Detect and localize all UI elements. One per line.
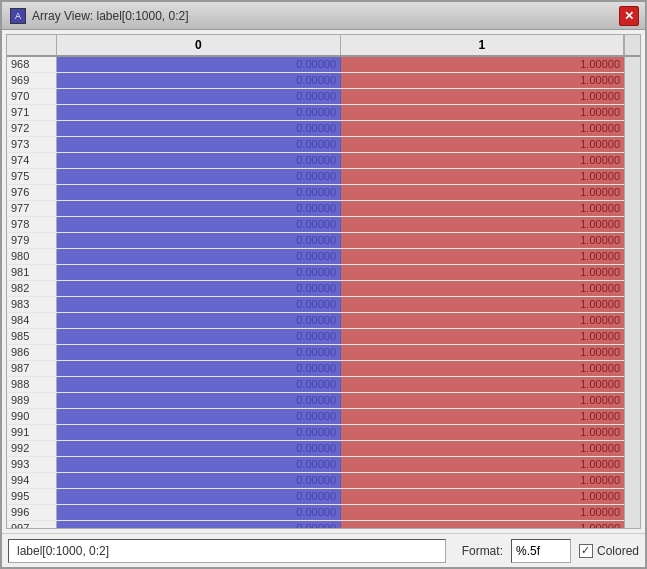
table-row: 9850.000001.00000 (7, 329, 624, 345)
cell-col0: 0.00000 (57, 89, 341, 104)
cell-col1: 1.00000 (341, 521, 624, 528)
cell-col0: 0.00000 (57, 329, 341, 344)
table-row: 9730.000001.00000 (7, 137, 624, 153)
column-header-0: 0 (57, 35, 341, 55)
row-number: 997 (7, 521, 57, 528)
cell-col0: 0.00000 (57, 505, 341, 520)
cell-col0: 0.00000 (57, 457, 341, 472)
row-number: 994 (7, 473, 57, 488)
row-number: 982 (7, 281, 57, 296)
scrollbar[interactable] (624, 57, 640, 528)
row-number: 987 (7, 361, 57, 376)
cell-col0: 0.00000 (57, 409, 341, 424)
cell-col1: 1.00000 (341, 425, 624, 440)
colored-label: Colored (597, 544, 639, 558)
table-row: 9710.000001.00000 (7, 105, 624, 121)
cell-col0: 0.00000 (57, 217, 341, 232)
cell-col0: 0.00000 (57, 249, 341, 264)
cell-col0: 0.00000 (57, 489, 341, 504)
main-window: A Array View: label[0:1000, 0:2] ✕ 0 1 9… (0, 0, 647, 569)
table-row: 9910.000001.00000 (7, 425, 624, 441)
row-number: 981 (7, 265, 57, 280)
cell-col1: 1.00000 (341, 265, 624, 280)
cell-col1: 1.00000 (341, 377, 624, 392)
cell-col0: 0.00000 (57, 105, 341, 120)
scrollbar-header-placeholder (624, 35, 640, 55)
table-row: 9970.000001.00000 (7, 521, 624, 528)
row-number: 978 (7, 217, 57, 232)
cell-col1: 1.00000 (341, 217, 624, 232)
cell-col1: 1.00000 (341, 201, 624, 216)
row-number: 972 (7, 121, 57, 136)
table-row: 9940.000001.00000 (7, 473, 624, 489)
cell-col1: 1.00000 (341, 345, 624, 360)
cell-col0: 0.00000 (57, 137, 341, 152)
row-number: 968 (7, 57, 57, 72)
row-number: 990 (7, 409, 57, 424)
cell-col1: 1.00000 (341, 105, 624, 120)
row-number: 991 (7, 425, 57, 440)
checkbox-check-icon: ✓ (581, 544, 590, 557)
table-row: 9700.000001.00000 (7, 89, 624, 105)
window-title: Array View: label[0:1000, 0:2] (32, 9, 189, 23)
cell-col0: 0.00000 (57, 425, 341, 440)
cell-col0: 0.00000 (57, 169, 341, 184)
row-number: 992 (7, 441, 57, 456)
cell-col0: 0.00000 (57, 153, 341, 168)
cell-col1: 1.00000 (341, 361, 624, 376)
cell-col1: 1.00000 (341, 457, 624, 472)
row-number: 993 (7, 457, 57, 472)
cell-col1: 1.00000 (341, 185, 624, 200)
row-number: 989 (7, 393, 57, 408)
table-row: 9960.000001.00000 (7, 505, 624, 521)
cell-col1: 1.00000 (341, 313, 624, 328)
cell-col1: 1.00000 (341, 393, 624, 408)
cell-col0: 0.00000 (57, 73, 341, 88)
row-number: 979 (7, 233, 57, 248)
table-row: 9860.000001.00000 (7, 345, 624, 361)
row-number: 984 (7, 313, 57, 328)
row-number: 995 (7, 489, 57, 504)
window-icon: A (10, 8, 26, 24)
cell-col1: 1.00000 (341, 233, 624, 248)
row-number: 986 (7, 345, 57, 360)
cell-col1: 1.00000 (341, 297, 624, 312)
cell-col0: 0.00000 (57, 393, 341, 408)
row-number: 973 (7, 137, 57, 152)
table-row: 9930.000001.00000 (7, 457, 624, 473)
table-row: 9750.000001.00000 (7, 169, 624, 185)
table-row: 9820.000001.00000 (7, 281, 624, 297)
cell-col1: 1.00000 (341, 329, 624, 344)
table-row: 9920.000001.00000 (7, 441, 624, 457)
cell-col0: 0.00000 (57, 297, 341, 312)
table-body[interactable]: 9680.000001.000009690.000001.000009700.0… (7, 57, 624, 528)
cell-col0: 0.00000 (57, 377, 341, 392)
cell-col0: 0.00000 (57, 281, 341, 296)
cell-col0: 0.00000 (57, 121, 341, 136)
table-row: 9840.000001.00000 (7, 313, 624, 329)
cell-col1: 1.00000 (341, 169, 624, 184)
table-row: 9880.000001.00000 (7, 377, 624, 393)
cell-col1: 1.00000 (341, 441, 624, 456)
table-row: 9680.000001.00000 (7, 57, 624, 73)
cell-col1: 1.00000 (341, 153, 624, 168)
row-number: 971 (7, 105, 57, 120)
table-row: 9830.000001.00000 (7, 297, 624, 313)
cell-col0: 0.00000 (57, 473, 341, 488)
cell-col1: 1.00000 (341, 57, 624, 72)
close-button[interactable]: ✕ (619, 6, 639, 26)
format-input[interactable] (511, 539, 571, 563)
table-row: 9760.000001.00000 (7, 185, 624, 201)
table-row: 9800.000001.00000 (7, 249, 624, 265)
title-bar: A Array View: label[0:1000, 0:2] ✕ (2, 2, 645, 30)
cell-col0: 0.00000 (57, 521, 341, 528)
colored-checkbox[interactable]: ✓ (579, 544, 593, 558)
array-label-display: label[0:1000, 0:2] (8, 539, 446, 563)
row-number: 985 (7, 329, 57, 344)
table-row: 9720.000001.00000 (7, 121, 624, 137)
table-row: 9740.000001.00000 (7, 153, 624, 169)
cell-col1: 1.00000 (341, 249, 624, 264)
cell-col0: 0.00000 (57, 201, 341, 216)
row-number: 977 (7, 201, 57, 216)
table-header: 0 1 (7, 35, 640, 57)
